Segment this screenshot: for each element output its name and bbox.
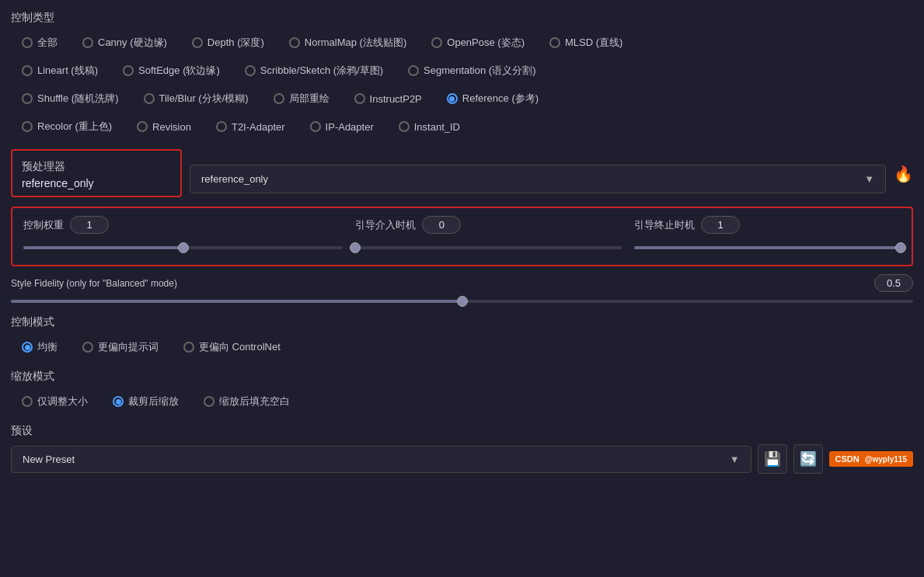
preset-refresh-button[interactable]: 🔄 [793, 444, 823, 474]
radio-openpose[interactable]: OpenPose (姿态) [420, 31, 535, 54]
style-fidelity-thumb[interactable] [457, 296, 468, 307]
radio-label-recolor: Recolor (重上色) [37, 120, 112, 134]
radio-label-segmentation: Segmentation (语义分割) [424, 64, 536, 78]
preset-section: 预设 New Preset ▼ 💾 🔄 CSDN @wyply115 [11, 424, 913, 474]
radio-fill-resize[interactable]: 缩放后填充空白 [193, 390, 301, 413]
radio-all[interactable]: 全部 [11, 31, 68, 54]
radio-circle-segmentation [408, 65, 419, 76]
radio-controlnet-mode[interactable]: 更偏向 ControlNet [173, 335, 291, 359]
guidance-end-track-container [634, 242, 901, 254]
radio-circle-canny [82, 37, 93, 48]
scale-mode-title: 缩放模式 [11, 370, 913, 384]
radio-ipadapter[interactable]: IP-Adapter [299, 115, 385, 138]
radio-label-canny: Canny (硬边缘) [98, 36, 167, 50]
preprocessor-value: reference_only [22, 177, 171, 189]
fire-button[interactable]: 🔥 [894, 165, 913, 183]
radio-circle-balanced [22, 342, 33, 353]
radio-label-controlnet-mode: 更偏向 ControlNet [199, 340, 281, 354]
radio-depth[interactable]: Depth (深度) [181, 31, 275, 54]
style-fidelity-fill [11, 300, 462, 303]
guidance-start-group: 引导介入时机 0 [355, 216, 622, 234]
radio-circle-reference [447, 93, 458, 104]
radio-tileblur[interactable]: Tile/Blur (分块/模糊) [133, 87, 260, 110]
style-fidelity-label: Style Fidelity (only for "Balanced" mode… [11, 278, 866, 289]
radio-circle-all [22, 37, 33, 48]
control-mode-options: 均衡 更偏向提示词 更偏向 ControlNet [11, 335, 913, 359]
radio-circle-ipadapter [310, 121, 321, 132]
radio-label-softedge: SoftEdge (软边缘) [138, 64, 220, 78]
control-type-row-4: Recolor (重上色) Revision T2I-Adapter IP-Ad… [11, 115, 913, 138]
guidance-end-value: 1 [701, 216, 740, 234]
radio-just-resize[interactable]: 仅调整大小 [11, 390, 99, 413]
guidance-start-track[interactable] [355, 246, 622, 249]
radio-circle-scribble [245, 65, 256, 76]
preprocessor-dropdown-container: reference_only ▼ [190, 149, 886, 193]
radio-label-lineart: Lineart (线稿) [37, 64, 98, 78]
radio-segmentation[interactable]: Segmentation (语义分割) [397, 59, 547, 82]
radio-canny[interactable]: Canny (硬边缘) [71, 31, 178, 54]
radio-circle-revision [137, 121, 148, 132]
radio-circle-fill-resize [204, 396, 214, 407]
radio-circle-inpaint [274, 93, 284, 104]
radio-circle-depth [192, 37, 203, 48]
radio-label-openpose: OpenPose (姿态) [447, 36, 525, 50]
radio-shuffle[interactable]: Shuffle (随机洗牌) [11, 87, 130, 110]
control-weight-thumb[interactable] [178, 242, 189, 253]
preset-dropdown[interactable]: New Preset ▼ [11, 446, 751, 473]
control-type-row-2: Lineart (线稿) SoftEdge (软边缘) Scribble/Ske… [11, 59, 913, 82]
radio-label-t2iadapter: T2I-Adapter [232, 121, 285, 133]
preprocessor-dropdown[interactable]: reference_only ▼ [190, 165, 886, 193]
control-type-title: 控制类型 [11, 11, 913, 25]
radio-recolor[interactable]: Recolor (重上色) [11, 115, 123, 138]
radio-label-shuffle: Shuffle (随机洗牌) [37, 92, 119, 106]
guidance-start-thumb[interactable] [350, 242, 361, 253]
radio-circle-instructp2p [354, 93, 365, 104]
radio-normalmap[interactable]: NormalMap (法线贴图) [278, 31, 417, 54]
csdn-badge: CSDN @wyply115 [829, 451, 913, 467]
radio-label-crop-resize: 裁剪后缩放 [128, 395, 179, 408]
radio-reference[interactable]: Reference (参考) [436, 87, 549, 110]
radio-t2iadapter[interactable]: T2I-Adapter [205, 115, 296, 138]
radio-label-instructp2p: InstructP2P [370, 93, 422, 105]
guidance-end-thumb[interactable] [895, 242, 906, 253]
radio-label-instantid: Instant_ID [414, 121, 460, 133]
radio-circle-prompt [82, 342, 93, 353]
control-weight-track[interactable] [23, 246, 343, 249]
radio-label-revision: Revision [152, 121, 191, 133]
style-fidelity-track[interactable] [11, 300, 913, 303]
control-weight-group: 控制权重 1 [23, 216, 343, 234]
radio-circle-openpose [431, 37, 442, 48]
guidance-end-track[interactable] [634, 246, 901, 249]
radio-label-mlsd: MLSD (直线) [565, 36, 622, 50]
control-weight-label: 控制权重 [23, 218, 64, 232]
radio-softedge[interactable]: SoftEdge (软边缘) [112, 59, 231, 82]
radio-lineart[interactable]: Lineart (线稿) [11, 59, 109, 82]
preset-save-button[interactable]: 💾 [758, 444, 787, 474]
radio-label-scribble: Scribble/Sketch (涂鸦/草图) [260, 64, 383, 78]
radio-instantid[interactable]: Instant_ID [388, 115, 471, 138]
radio-scribble[interactable]: Scribble/Sketch (涂鸦/草图) [234, 59, 394, 82]
radio-label-just-resize: 仅调整大小 [37, 395, 88, 408]
radio-mlsd[interactable]: MLSD (直线) [539, 31, 633, 54]
control-weight-value: 1 [70, 216, 109, 234]
radio-circle-instantid [399, 121, 410, 132]
radio-crop-resize[interactable]: 裁剪后缩放 [102, 390, 190, 413]
guidance-start-track-container [355, 242, 622, 254]
radio-balanced[interactable]: 均衡 [11, 335, 68, 359]
radio-instructp2p[interactable]: InstructP2P [343, 87, 433, 110]
radio-circle-t2iadapter [216, 121, 227, 132]
preset-dropdown-value: New Preset [23, 454, 75, 465]
radio-label-balanced: 均衡 [37, 340, 58, 354]
radio-circle-lineart [22, 65, 33, 76]
radio-inpaint[interactable]: 局部重绘 [263, 87, 340, 110]
three-slider-row: 控制权重 1 引导介入时机 0 引导终止时机 1 [23, 216, 901, 234]
control-mode-section: 控制模式 均衡 更偏向提示词 更偏向 ControlNet [11, 315, 913, 359]
radio-revision[interactable]: Revision [126, 115, 202, 138]
preset-label: 预设 [11, 424, 913, 438]
guidance-start-value: 0 [422, 216, 461, 234]
radio-prompt[interactable]: 更偏向提示词 [71, 335, 169, 359]
radio-circle-tileblur [144, 93, 155, 104]
radio-circle-recolor [22, 121, 33, 132]
scale-mode-options: 仅调整大小 裁剪后缩放 缩放后填充空白 [11, 390, 913, 413]
control-type-row-3: Shuffle (随机洗牌) Tile/Blur (分块/模糊) 局部重绘 In… [11, 87, 913, 110]
